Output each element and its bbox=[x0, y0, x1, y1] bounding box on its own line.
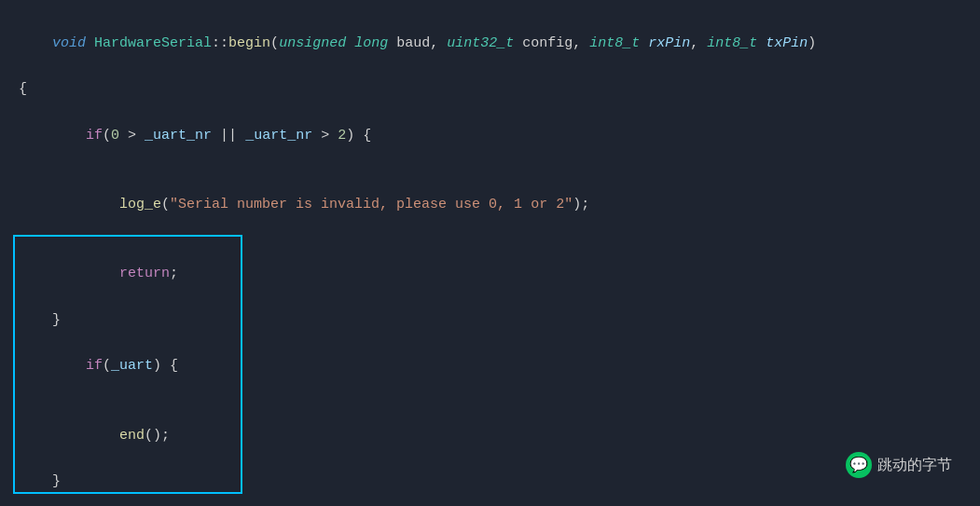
code-line-7: if(_uart) { bbox=[19, 333, 961, 402]
code-line-6: } bbox=[19, 309, 961, 333]
code-line-8: end(); bbox=[19, 402, 961, 471]
code-line-4: log_e("Serial number is invalid, please … bbox=[19, 171, 961, 239]
code-line-10: if(_uart_nr == 0 && rxPin < 0 && txPin <… bbox=[19, 494, 961, 506]
code-line-3: if(0 > _uart_nr || _uart_nr > 2) { bbox=[19, 102, 961, 171]
code-line-5: return; bbox=[19, 240, 961, 309]
code-line-1: void HardwareSerial::begin(unsigned long… bbox=[19, 9, 961, 78]
code-line-9: } bbox=[19, 471, 961, 494]
watermark: 💬 跳动的字节 bbox=[846, 452, 952, 478]
code-editor: void HardwareSerial::begin(unsigned long… bbox=[0, 0, 980, 506]
wechat-icon: 💬 bbox=[846, 452, 872, 478]
watermark-label: 跳动的字节 bbox=[877, 453, 952, 477]
code-line-2: { bbox=[19, 78, 961, 102]
